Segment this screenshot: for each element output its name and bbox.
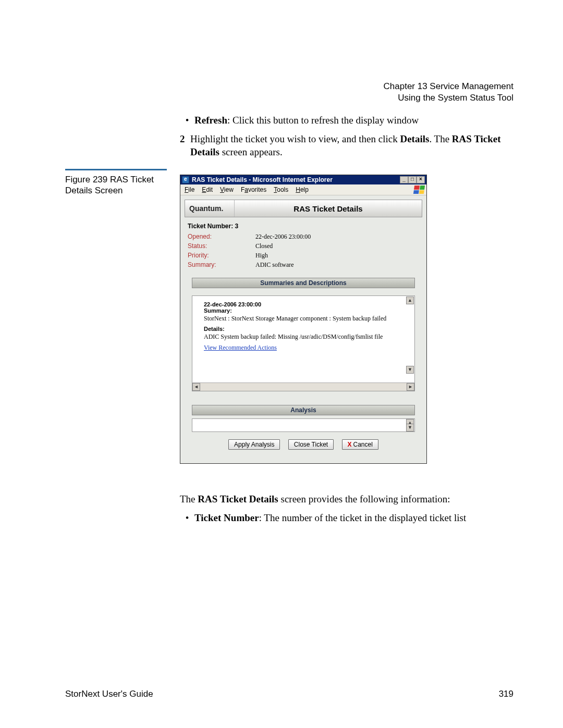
figure-caption: Figure 239 RAS Ticket Details Screen <box>65 174 167 196</box>
minimize-button[interactable]: _ <box>400 176 408 183</box>
brand-logo: Quantum. <box>185 200 235 217</box>
analysis-input[interactable]: ▲ ▼ <box>192 418 415 432</box>
page-header-band: Quantum. RAS Ticket Details <box>185 200 422 217</box>
opened-label: Opened: <box>188 233 255 241</box>
status-value: Closed <box>255 242 273 250</box>
entry-summary-label: Summary: <box>204 307 403 314</box>
menu-file[interactable]: File <box>185 186 194 193</box>
analysis-section-bar: Analysis <box>192 405 415 415</box>
analysis-scroll-down[interactable]: ▼ <box>406 424 414 431</box>
close-window-button[interactable]: × <box>417 176 425 183</box>
section-label: Using the System Status Tool <box>384 92 513 104</box>
menu-view[interactable]: View <box>220 186 234 193</box>
scroll-up-button[interactable]: ▲ <box>406 297 414 304</box>
menubar: File Edit View Favorites Tools Help <box>180 184 426 195</box>
priority-label: Priority: <box>188 252 255 260</box>
browser-window: RAS Ticket Details - Microsoft Internet … <box>180 175 427 464</box>
summaries-pane: 22-dec-2006 23:00:00 Summary: StorNext :… <box>192 295 415 391</box>
menu-favorites[interactable]: Favorites <box>241 186 266 193</box>
footer-guide-title: StorNext User's Guide <box>65 689 153 699</box>
menu-tools[interactable]: Tools <box>274 186 288 193</box>
footer-page-number: 319 <box>499 689 513 699</box>
entry-details-label: Details: <box>204 326 403 332</box>
entry-summary-text: StorNext : StorNext Storage Manager comp… <box>204 315 403 323</box>
bullet-text: Refresh: Click this button to refresh th… <box>194 114 419 127</box>
summary-value: ADIC software <box>255 261 294 269</box>
entry-timestamp: 22-dec-2006 23:00:00 <box>204 301 403 307</box>
bullet: • <box>180 511 194 525</box>
entry-details-text: ADIC System backup failed: Missing /usr/… <box>204 333 403 341</box>
body-text: • Refresh: Click this button to refresh … <box>180 114 513 159</box>
window-title: RAS Ticket Details - Microsoft Internet … <box>192 176 400 183</box>
windows-logo-icon <box>413 186 425 194</box>
ticket-number: Ticket Number: 3 <box>188 223 419 230</box>
chapter-label: Chapter 13 Service Management <box>384 81 513 92</box>
summaries-section-bar: Summaries and Descriptions <box>192 278 415 288</box>
page-title: RAS Ticket Details <box>235 200 422 217</box>
summary-label: Summary: <box>188 261 255 269</box>
step-number: 2 <box>180 132 190 159</box>
opened-value: 22-dec-2006 23:00:00 <box>255 233 311 241</box>
scroll-left-button[interactable]: ◄ <box>192 383 200 391</box>
close-ticket-button[interactable]: Close Ticket <box>288 439 334 450</box>
horizontal-scrollbar[interactable]: ◄ ► <box>192 382 414 391</box>
page-header: Chapter 13 Service Management Using the … <box>384 81 513 104</box>
view-recommended-actions-link[interactable]: View Recommended Actions <box>204 344 277 351</box>
bullet: • <box>180 114 194 127</box>
menu-edit[interactable]: Edit <box>202 186 213 193</box>
apply-analysis-button[interactable]: Apply Analysis <box>228 439 280 450</box>
cancel-button[interactable]: XCancel <box>342 439 378 450</box>
cancel-x-icon: X <box>348 441 352 448</box>
scroll-down-button[interactable]: ▼ <box>406 366 414 374</box>
refresh-term: Refresh <box>194 115 227 126</box>
priority-value: High <box>255 252 268 260</box>
maximize-button[interactable]: □ <box>408 176 417 183</box>
figure-rule <box>65 169 167 170</box>
titlebar: RAS Ticket Details - Microsoft Internet … <box>180 175 426 184</box>
after-figure-text: The RAS Ticket Details screen provides t… <box>180 492 513 524</box>
status-label: Status: <box>188 242 255 250</box>
menu-help[interactable]: Help <box>296 186 309 193</box>
scroll-right-button[interactable]: ► <box>407 383 414 391</box>
ie-icon <box>182 176 189 183</box>
step-text: Highlight the ticket you wish to view, a… <box>190 132 513 159</box>
bullet-text: Ticket Number: The number of the ticket … <box>194 511 466 525</box>
